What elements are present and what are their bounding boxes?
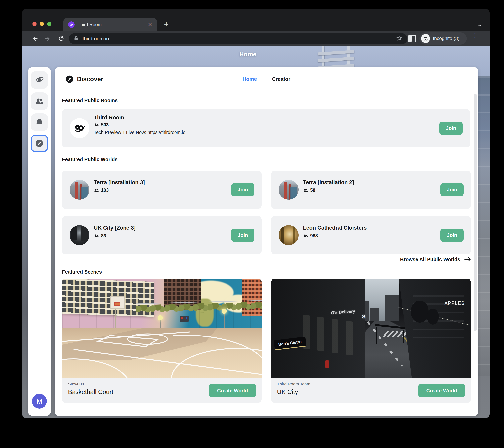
join-button[interactable]: Join (231, 229, 254, 242)
member-count: 58 (310, 188, 315, 193)
panel-scrollbar-thumb[interactable] (474, 94, 477, 331)
join-button[interactable]: Join (439, 122, 463, 135)
background-building-decoration (478, 77, 490, 376)
bookmark-star-icon[interactable] (396, 35, 402, 42)
browse-all-label: Browse All Public Worlds (400, 256, 460, 262)
incognito-icon (421, 34, 430, 43)
member-count-row: 58 (303, 188, 315, 193)
discover-compass-icon (66, 75, 73, 83)
app-sidebar: M (28, 67, 51, 416)
arrow-right-icon (464, 256, 471, 262)
world-name: Terra [Installation 2] (303, 179, 354, 186)
scene-building (271, 279, 365, 378)
world-avatar (279, 180, 299, 200)
browser-menu-icon[interactable]: ⋮ (472, 34, 476, 37)
reload-icon[interactable] (55, 31, 67, 46)
room-card-third-room: Third Room 503 Tech Preview 1 Live Now: … (62, 109, 470, 147)
browse-all-public-worlds-link[interactable]: Browse All Public Worlds (400, 256, 471, 262)
back-icon[interactable] (29, 31, 40, 46)
join-button[interactable]: Join (231, 183, 254, 196)
people-icon (35, 97, 44, 105)
scene-preview-image: Ben's Bistro O's Delivery S APPLES (271, 279, 471, 378)
sidebar-item-discover[interactable] (31, 135, 48, 152)
browser-tab-third-room[interactable]: Third Room ✕ (63, 18, 157, 31)
court-lines (62, 328, 262, 378)
background-scaffold-decoration (321, 46, 352, 70)
world-avatar (279, 225, 299, 245)
scene-name: Basketball Court (68, 388, 113, 395)
scene-card-uk-city[interactable]: Ben's Bistro O's Delivery S APPLES Third… (271, 279, 471, 403)
member-count: 103 (101, 188, 108, 193)
address-bar[interactable]: thirdroom.io (69, 33, 407, 44)
world-card: UK City [Zone 3] 83 Join (62, 216, 262, 254)
member-count-row: 103 (94, 188, 108, 193)
post-box (325, 360, 329, 368)
create-world-button[interactable]: Create World (209, 384, 256, 397)
window-controls (33, 22, 51, 26)
world-name: Leon Cathedral Cloisters (303, 225, 367, 231)
scene-card-basketball-court[interactable]: Stew004 Basketball Court Create World (62, 279, 262, 403)
tab-search-chevron-icon[interactable]: ⌄ (476, 20, 483, 28)
lock-icon (74, 36, 79, 42)
browser-toolbar: thirdroom.io Incognito (3) ⋮ (22, 31, 490, 46)
incognito-badge[interactable]: Incognito (3) (419, 32, 467, 45)
page-title: Home (22, 51, 474, 58)
scene-footer: Stew004 Basketball Court Create World (62, 378, 262, 403)
page-background-3d-scene: Home M Discover Home Cr (22, 46, 490, 418)
sidebar-item-worlds[interactable] (31, 71, 48, 89)
featured-public-worlds-heading: Featured Public Worlds (62, 156, 118, 162)
scene-preview-image (62, 279, 262, 378)
user-avatar[interactable]: M (32, 394, 47, 409)
bell-icon (35, 118, 44, 127)
discover-title: Discover (77, 76, 103, 83)
scene-attribution: Stew004 (68, 382, 84, 386)
url-text: thirdroom.io (83, 36, 396, 42)
member-count-row: 988 (303, 233, 318, 238)
s-logo-sign: S (362, 313, 365, 320)
world-card: Leon Cathedral Cloisters 988 Join (271, 216, 471, 254)
members-icon (94, 188, 99, 193)
member-count-row: 83 (94, 233, 106, 238)
third-room-logo-icon (70, 118, 90, 138)
tab-title: Third Room (78, 22, 148, 27)
incognito-label: Incognito (3) (433, 36, 459, 41)
scene-attribution: Third Room Team (277, 382, 310, 386)
new-tab-button[interactable]: + (164, 20, 168, 28)
sidebar-item-notifications[interactable] (31, 114, 48, 131)
side-panel-icon[interactable] (408, 35, 416, 42)
tab-close-icon[interactable]: ✕ (148, 22, 152, 27)
planet-icon (35, 76, 44, 84)
world-name: UK City [Zone 3] (94, 225, 136, 231)
compass-icon (35, 139, 44, 148)
browser-window: Third Room ✕ + ⌄ thirdroom.io (22, 9, 490, 418)
zoom-window-button[interactable] (47, 22, 51, 26)
tab-home[interactable]: Home (242, 76, 257, 82)
close-window-button[interactable] (33, 22, 37, 26)
minimize-window-button[interactable] (40, 22, 44, 26)
basketball-hoop (110, 296, 125, 309)
featured-scenes-heading: Featured Scenes (62, 269, 102, 275)
tab-strip: Third Room ✕ + ⌄ (22, 9, 490, 31)
member-count: 503 (101, 122, 108, 128)
scene-footer: Third Room Team UK City Create World (271, 378, 471, 403)
members-icon (303, 188, 308, 193)
member-count-row: 503 (94, 122, 108, 128)
background-building-decoration (22, 130, 28, 390)
scene-name: UK City (277, 388, 298, 395)
world-card: Terra [Installation 3] 103 Join (62, 171, 262, 209)
sidebar-item-friends[interactable] (31, 92, 48, 110)
world-name: Terra [Installation 3] (94, 179, 145, 186)
member-count: 83 (101, 233, 106, 238)
members-icon (94, 122, 99, 128)
join-button[interactable]: Join (440, 183, 464, 196)
member-count: 988 (310, 233, 318, 238)
join-button[interactable]: Join (440, 229, 464, 242)
tab-creator[interactable]: Creator (272, 76, 290, 82)
third-room-favicon-icon (68, 21, 74, 28)
discover-panel: Discover Home Creator Featured Public Ro… (55, 67, 478, 416)
forward-icon[interactable] (42, 31, 54, 46)
discover-tabs: Home Creator (242, 76, 290, 82)
world-card: Terra [Installation 2] 58 Join (271, 171, 471, 209)
room-description: Tech Preview 1 Live Now: https://thirdro… (94, 130, 185, 135)
create-world-button[interactable]: Create World (418, 384, 465, 397)
